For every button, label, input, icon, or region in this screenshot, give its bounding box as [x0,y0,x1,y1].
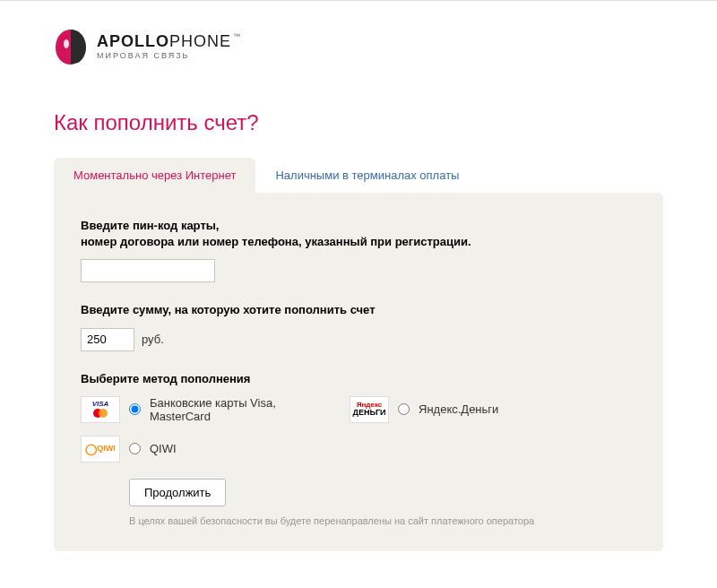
security-disclaimer: В целях вашей безопасности вы будете пер… [129,515,636,526]
method-label: Выберите метод пополнения [81,371,636,387]
brand-block: APOLLOPHONE™ МИРОВАЯ СВЯЗЬ [54,28,663,65]
pin-block: Введите пин-код карты, номер договора ил… [81,218,636,282]
visa-mastercard-icon: VISA [81,396,120,423]
page-title: Как пополнить счет? [54,110,663,135]
method-label-yandex[interactable]: Яндекс.Деньги [419,402,498,416]
brand-logo-icon [54,28,88,65]
method-visa-mastercard: VISA Банковские карты Visa, MasterCard [81,396,314,423]
form-panel: Введите пин-код карты, номер договора ил… [54,193,663,551]
method-label-qiwi[interactable]: QIWI [150,442,177,455]
amount-input[interactable] [81,328,134,351]
brand-name-light: PHONE [169,32,231,50]
method-label-visa[interactable]: Банковские карты Visa, MasterCard [150,396,284,423]
tab-instant[interactable]: Моментально через Интернет [54,158,255,193]
tab-cash-terminals[interactable]: Наличными в терминалах оплаты [255,158,479,193]
pin-label-line1: Введите пин-код карты, [81,219,219,232]
qiwi-icon: ◯QIWI [81,436,120,463]
brand-text: APOLLOPHONE™ МИРОВАЯ СВЯЗЬ [97,33,241,60]
method-radio-visa[interactable] [129,403,141,415]
page-root: APOLLOPHONE™ МИРОВАЯ СВЯЗЬ Как пополнить… [0,0,717,587]
pin-input[interactable] [81,259,215,282]
tabs: Моментально через Интернет Наличными в т… [54,158,663,193]
brand-tagline: МИРОВАЯ СВЯЗЬ [97,52,241,60]
trademark-icon: ™ [233,32,241,40]
svg-point-0 [64,39,69,48]
currency-label: руб. [142,333,164,346]
method-radio-yandex[interactable] [398,403,410,415]
amount-block: Введите сумму, на которую хотите пополни… [81,302,636,350]
yandex-money-icon: Яндекс ДЕНЬГИ [350,396,389,423]
pin-label-line2: номер договора или номер телефона, указа… [81,235,471,248]
submit-button[interactable]: Продолжить [129,479,226,506]
method-qiwi: ◯QIWI QIWI [81,436,314,463]
method-radio-qiwi[interactable] [129,443,141,454]
method-block: Выберите метод пополнения VISA Банковски… [81,371,636,463]
brand-name-bold: APOLLO [97,32,169,50]
method-yandex: Яндекс ДЕНЬГИ Яндекс.Деньги [350,396,583,423]
amount-label: Введите сумму, на которую хотите пополни… [81,302,636,318]
